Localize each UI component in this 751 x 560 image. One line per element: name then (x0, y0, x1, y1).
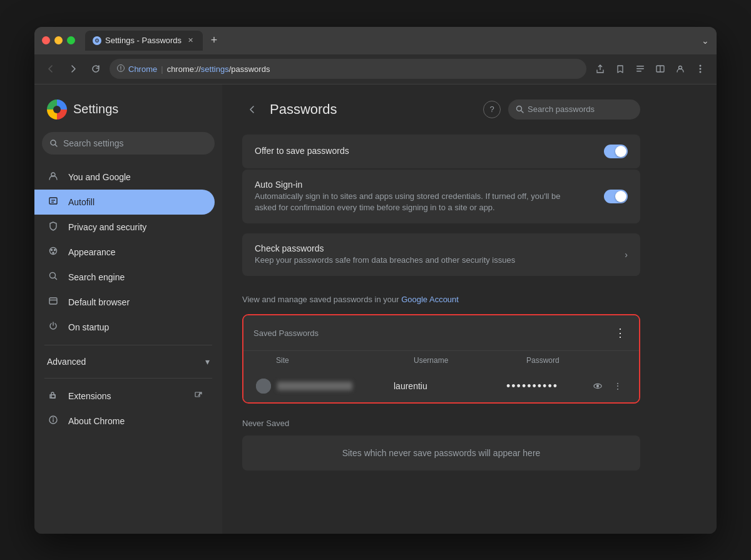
password-cell: •••••••••• ⋮ (506, 377, 626, 395)
sidebar-item-you-and-google[interactable]: You and Google (34, 165, 215, 190)
extensions-icon (47, 390, 59, 402)
active-tab[interactable]: ⚙ Settings - Passwords ✕ (85, 31, 203, 51)
settings-header: Settings (34, 94, 222, 132)
offer-to-save-row: Offer to save passwords (242, 135, 640, 168)
search-passwords-icon (516, 105, 524, 113)
site-url-blurred (277, 382, 352, 390)
google-account-link[interactable]: Google Account (401, 295, 459, 304)
content-inner: Passwords ? Offer to save passwords (222, 84, 660, 486)
saved-passwords-title: Saved Passwords (253, 328, 319, 338)
offer-to-save-label: Offer to save passwords (255, 146, 349, 156)
back-button[interactable] (42, 60, 59, 78)
address-separator: | (161, 64, 163, 74)
address-bar[interactable]: Chrome | chrome://settings/passwords (110, 59, 586, 79)
advanced-arrow-icon: ▾ (205, 357, 210, 367)
sidebar-item-about-chrome-label: About Chrome (68, 416, 125, 426)
sidebar-item-autofill[interactable]: Autofill (34, 190, 215, 215)
auto-signin-label: Auto Sign-in (255, 180, 568, 190)
split-view-button[interactable] (651, 60, 669, 78)
browser-icon (47, 296, 59, 308)
password-actions: ⋮ (589, 377, 626, 395)
svg-point-27 (517, 106, 522, 111)
page-header: Passwords ? (242, 99, 640, 120)
col-header-password: Password (526, 356, 626, 365)
sidebar-item-extensions[interactable]: Extensions (34, 384, 215, 409)
svg-rect-20 (49, 298, 57, 304)
tab-search-button[interactable] (631, 60, 649, 78)
svg-point-16 (51, 249, 53, 250)
page-header-left: Passwords (242, 99, 337, 120)
more-options-button[interactable] (692, 60, 709, 78)
never-saved-empty-text: Sites which never save passwords will ap… (255, 448, 628, 458)
svg-rect-1 (636, 66, 644, 67)
sidebar-item-default-browser[interactable]: Default browser (34, 290, 215, 315)
svg-rect-22 (51, 395, 55, 398)
check-passwords-text: Check passwords Keep your passwords safe… (255, 243, 515, 266)
check-passwords-row[interactable]: Check passwords Keep your passwords safe… (242, 233, 640, 276)
close-button[interactable] (42, 36, 50, 44)
sidebar-item-appearance[interactable]: Appearance (34, 240, 215, 265)
address-highlight: settings (201, 64, 229, 74)
sidebar-item-on-startup[interactable]: On startup (34, 315, 215, 340)
title-bar: ⚙ Settings - Passwords ✕ + ⌄ (34, 27, 717, 54)
minimize-button[interactable] (54, 36, 63, 44)
tab-menu-button[interactable]: ⌄ (702, 36, 709, 46)
auto-signin-toggle[interactable] (604, 190, 628, 203)
password-dots: •••••••••• (506, 380, 558, 393)
new-tab-button[interactable]: + (205, 32, 223, 49)
page-header-right: ? (483, 99, 640, 120)
maximize-button[interactable] (67, 36, 75, 44)
forward-button[interactable] (64, 60, 82, 78)
palette-icon (47, 246, 59, 258)
sidebar-item-advanced[interactable]: Advanced ▾ (34, 350, 222, 373)
never-saved-empty: Sites which never save passwords will ap… (242, 435, 640, 471)
help-button[interactable]: ? (483, 101, 501, 118)
about-chrome-icon (47, 415, 59, 427)
content-panel: Passwords ? Offer to save passwords (222, 84, 717, 534)
passwords-table-header: Site Username Password (243, 350, 639, 370)
saved-passwords-more-button[interactable]: ⋮ (611, 324, 629, 342)
search-settings-bar[interactable] (42, 132, 215, 155)
svg-point-17 (54, 249, 56, 250)
search-passwords-input[interactable] (528, 104, 633, 114)
col-header-username: Username (414, 356, 526, 365)
sidebar-item-on-startup-label: On startup (68, 322, 109, 332)
sidebar-item-privacy[interactable]: Privacy and security (34, 215, 215, 240)
auto-signin-row: Auto Sign-in Automatically sign in to si… (242, 170, 640, 223)
sidebar-item-autofill-label: Autofill (68, 197, 95, 207)
power-icon (47, 321, 59, 333)
tab-close-button[interactable]: ✕ (185, 36, 195, 46)
passwords-back-button[interactable] (242, 99, 262, 120)
offer-to-save-toggle[interactable] (604, 145, 628, 158)
profile-button[interactable] (672, 60, 689, 78)
sidebar-item-appearance-label: Appearance (68, 247, 116, 257)
page-title: Passwords (270, 101, 337, 118)
navigation-bar: Chrome | chrome://settings/passwords (34, 54, 717, 84)
reload-button[interactable] (87, 60, 105, 78)
autofill-icon (47, 196, 59, 208)
share-button[interactable] (591, 60, 609, 78)
table-row: laurentiu •••••••••• ⋮ (243, 370, 639, 402)
sidebar-item-default-browser-label: Default browser (68, 297, 130, 307)
main-content: Settings You and Google Autofill (34, 84, 717, 534)
tab-bar: ⚙ Settings - Passwords ✕ + ⌄ (85, 31, 709, 51)
password-more-button[interactable]: ⋮ (609, 377, 626, 395)
show-password-button[interactable] (589, 377, 606, 395)
search-settings-input[interactable] (63, 138, 207, 148)
search-passwords-bar[interactable] (508, 99, 640, 120)
bookmark-button[interactable] (611, 60, 629, 78)
extensions-external-icon (195, 391, 202, 401)
svg-point-8 (700, 68, 702, 70)
address-url: chrome://settings/passwords (167, 64, 270, 74)
settings-logo (47, 99, 67, 120)
sidebar-item-about-chrome[interactable]: About Chrome (34, 409, 215, 434)
never-saved-section: Never Saved Sites which never save passw… (242, 414, 640, 471)
svg-rect-12 (49, 198, 57, 204)
svg-point-31 (597, 385, 599, 387)
sidebar-item-search-engine[interactable]: Search engine (34, 265, 215, 290)
col-header-site: Site (276, 356, 414, 365)
tab-favicon: ⚙ (93, 36, 101, 45)
auto-signin-description: Automatically sign in to sites and apps … (255, 191, 568, 213)
person-icon (47, 171, 59, 183)
sidebar-item-privacy-label: Privacy and security (68, 222, 146, 232)
